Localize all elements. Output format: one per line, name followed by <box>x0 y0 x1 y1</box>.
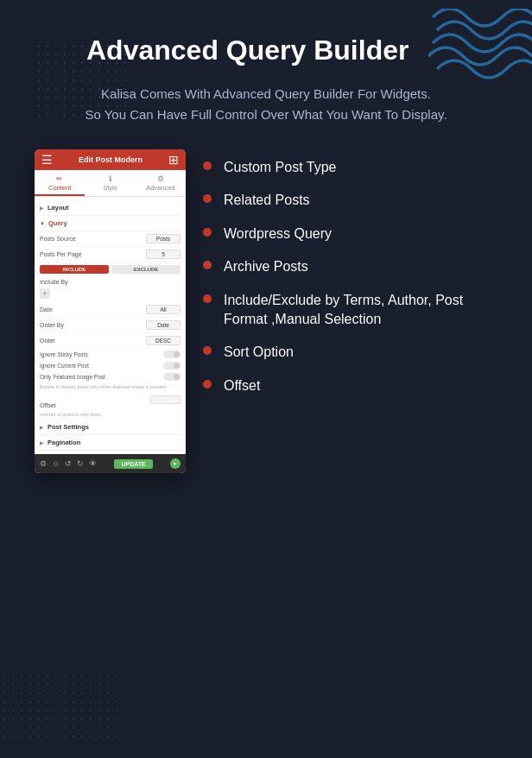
grid-icon: ⊞ <box>168 153 179 167</box>
bullet-dot <box>203 261 212 269</box>
bullet-archive-posts: Archive Posts <box>203 257 497 276</box>
feature-list: Custom Post Type Related Posts Wordpress… <box>203 149 497 409</box>
edit-icon: ✏ <box>36 174 83 183</box>
bullet-sort-option: Sort Option <box>203 343 497 362</box>
bullet-dot <box>203 194 212 203</box>
dot-grid-bottom-decoration <box>0 672 121 741</box>
pagination-section: ▶ Pagination <box>40 435 180 451</box>
bullet-offset: Offset <box>203 376 497 395</box>
bullet-text-related-posts: Related Posts <box>224 191 310 210</box>
screenshot-content: ▶ Layout ▼ Query Posts Source Posts Post… <box>35 197 186 454</box>
bullet-text-wordpress-query: Wordpress Query <box>224 224 332 243</box>
bullet-text-archive-posts: Archive Posts <box>224 257 308 276</box>
posts-per-page-value: 5 <box>146 250 180 259</box>
posts-source-value: Posts <box>146 234 180 243</box>
order-row: Order DESC <box>40 333 180 349</box>
offset-hint: number of posts to skip them. <box>40 411 180 417</box>
bullet-dot <box>203 228 212 237</box>
date-label: Date <box>40 306 53 313</box>
include-button[interactable]: INCLUDE <box>40 265 109 274</box>
layout-section: ▶ Layout <box>40 200 180 216</box>
featured-image-label: Only Featured Image Post <box>40 374 105 380</box>
include-by-label: Include By <box>40 276 180 287</box>
post-settings-section: ▶ Post Settings <box>40 420 180 435</box>
status-dot: ▸ <box>170 458 180 469</box>
gear-icon: ⚙ <box>137 174 184 183</box>
bullet-dot <box>203 346 212 355</box>
menu-icon: ☰ <box>41 153 53 167</box>
ignore-current-label: Ignore Current Post <box>40 363 89 369</box>
posts-source-label: Posts Source <box>40 236 76 242</box>
screenshot-topbar: ☰ Edit Post Modern ⊞ <box>35 149 186 170</box>
query-label: Query <box>48 219 67 227</box>
bullet-text-sort-option: Sort Option <box>224 343 294 362</box>
eye-icon: 👁 <box>89 459 97 468</box>
date-row: Date All <box>40 302 180 318</box>
pag-collapse-icon: ▶ <box>40 439 44 445</box>
include-exclude-row: INCLUDE EXCLUDE <box>40 262 180 276</box>
update-button[interactable]: UPDATE <box>114 459 152 469</box>
bottom-icons: ⚙ ☺ ↺ ↻ 👁 <box>40 459 97 468</box>
query-section-header: ▼ Query <box>40 216 180 231</box>
orderby-row: Order By Date <box>40 318 180 333</box>
posts-per-page-row: Posts Per Page 5 <box>40 247 180 262</box>
ignore-sticky-toggle[interactable] <box>163 351 180 358</box>
offset-input[interactable] <box>150 395 180 404</box>
orderby-value: Date <box>146 320 180 330</box>
bullet-text-custom-post-type: Custom Post Type <box>224 158 336 177</box>
info-icon: ℹ <box>86 174 133 183</box>
bullet-related-posts: Related Posts <box>203 191 497 210</box>
bullet-dot <box>203 294 212 303</box>
tab-content: ✏ Content <box>35 170 85 196</box>
order-label: Order <box>40 338 55 344</box>
subtitle-line2: So You Can Have Full Control Over What Y… <box>35 104 497 125</box>
ignore-sticky-label: Ignore Sticky Posts <box>40 351 88 357</box>
featured-hint: Enable to display posts only when featur… <box>40 382 180 393</box>
ignore-current-row: Ignore Current Post <box>40 360 180 371</box>
pagination-label: Pagination <box>48 439 80 446</box>
bullet-text-include-exclude: Include/Exclude by Terms, Author, Post F… <box>224 291 497 330</box>
screenshot-tabs: ✏ Content ℹ Style ⚙ Advanced <box>35 170 186 197</box>
screenshot-bottombar: ⚙ ☺ ↺ ↻ 👁 UPDATE ▸ <box>35 454 186 473</box>
bullet-text-offset: Offset <box>224 376 260 395</box>
undo-icon: ↺ <box>65 459 72 468</box>
posts-per-page-label: Posts Per Page <box>40 251 82 257</box>
collapse-icon: ▶ <box>40 205 44 211</box>
tab-style-label: Style <box>103 184 117 192</box>
orderby-label: Order By <box>40 322 64 328</box>
bullet-wordpress-query: Wordpress Query <box>203 224 497 243</box>
page-title: Advanced Query Builder <box>35 35 497 66</box>
bullet-include-exclude: Include/Exclude by Terms, Author, Post F… <box>203 291 497 330</box>
add-include-button[interactable]: + <box>40 288 50 299</box>
post-settings-label: Post Settings <box>48 423 89 431</box>
subtitle-line1: Kalisa Comes With Advanced Query Builder… <box>35 84 497 104</box>
offset-label: Offset <box>40 402 56 408</box>
subtitle-block: Kalisa Comes With Advanced Query Builder… <box>35 84 497 125</box>
date-value: All <box>146 305 180 314</box>
featured-image-row: Only Featured Image Post <box>40 371 180 382</box>
tab-advanced-label: Advanced <box>146 184 174 192</box>
exclude-button[interactable]: EXCLUDE <box>111 265 180 274</box>
ignore-sticky-row: Ignore Sticky Posts <box>40 349 180 360</box>
tab-advanced: ⚙ Advanced <box>136 170 186 196</box>
bullet-custom-post-type: Custom Post Type <box>203 158 497 177</box>
tab-style: ℹ Style <box>85 170 135 196</box>
featured-image-toggle[interactable] <box>163 373 180 381</box>
tab-content-label: Content <box>48 184 71 192</box>
expand-icon: ▼ <box>40 221 45 226</box>
ps-collapse-icon: ▶ <box>40 424 44 430</box>
layout-label: Layout <box>48 204 69 212</box>
screenshot-topbar-title: Edit Post Modern <box>79 155 142 164</box>
order-value: DESC <box>146 336 180 345</box>
screenshot-mockup: ☰ Edit Post Modern ⊞ ✏ Content ℹ Style ⚙… <box>35 149 186 473</box>
redo-icon: ↻ <box>77 459 84 468</box>
bullet-dot <box>203 380 212 388</box>
offset-area: Offset number of posts to skip them. <box>40 393 180 420</box>
smiley-icon: ☺ <box>52 459 60 468</box>
settings-icon: ⚙ <box>40 459 47 468</box>
ignore-current-toggle[interactable] <box>163 362 180 370</box>
bullet-dot <box>203 161 212 170</box>
content-row: ☰ Edit Post Modern ⊞ ✏ Content ℹ Style ⚙… <box>35 149 497 473</box>
posts-source-row: Posts Source Posts <box>40 231 180 247</box>
